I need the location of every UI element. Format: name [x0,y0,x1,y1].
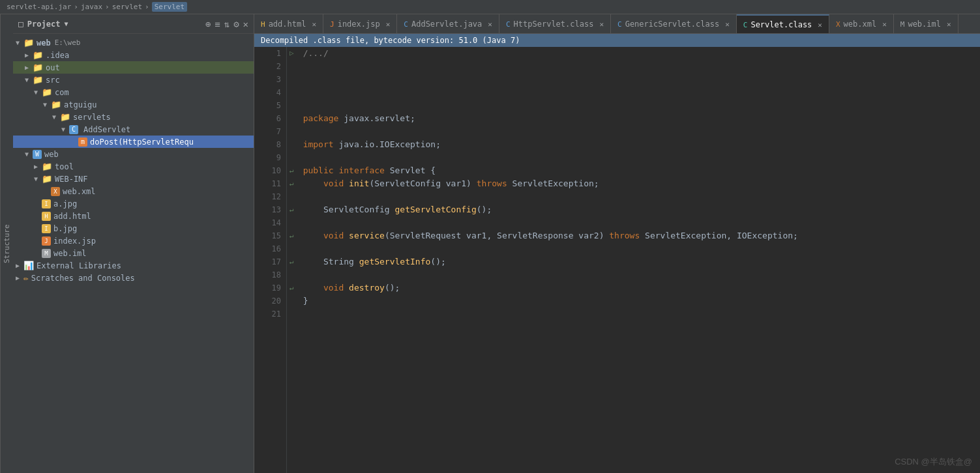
tree-item-ajpg[interactable]: I a.jpg [13,197,254,210]
folder-icon: 📁 [33,63,43,72]
arrow-icon: ▶ [25,64,33,71]
tree-item-addhtml[interactable]: H add.html [13,210,254,222]
tree-item-scratches[interactable]: ▶ ✏️ Scratches and Consoles [13,272,254,284]
line-markers: ▷ ↵ ↵ ↵ ↵ ↵ [287,47,297,473]
tree-item-webinf[interactable]: ▼ 📁 WEB-INF [13,173,254,185]
editor-area: H add.html ✕ J index.jsp ✕ C AddServlet.… [254,14,980,473]
folder-icon: 📁 [42,87,52,97]
tab-close-icon[interactable]: ✕ [488,20,492,29]
expand-icon[interactable]: ⇅ [224,19,230,29]
xml-icon: X [51,186,60,196]
tab-close-icon[interactable]: ✕ [386,20,391,29]
arrow-icon: ▶ [16,274,23,281]
code-editor[interactable]: 1 2 3 4 5 6 7 8 9 10 11 12 13 14 15 16 1 [254,47,980,473]
tab-bar: H add.html ✕ J index.jsp ✕ C AddServlet.… [254,14,980,34]
tab-web-xml[interactable]: X web.xml ✕ [829,14,894,34]
structure-panel-label[interactable]: Structure [0,14,13,473]
tab-close-icon[interactable]: ✕ [312,20,316,29]
tree-label: web.iml [53,249,87,258]
tab-httpservlet-class[interactable]: C HttpServlet.class ✕ [499,14,611,34]
watermark: CSDN @半岛铁盒@ [895,456,972,468]
code-line-19: void destroy(); [303,281,973,294]
tree-item-tool[interactable]: ▶ 📁 tool [13,160,254,173]
code-line-16 [303,242,973,255]
code-line-14 [303,216,973,229]
tree-item-out[interactable]: ▶ 📁 out [13,61,254,74]
chevron-down-icon[interactable]: ▼ [64,20,68,27]
tree-label: out [46,63,60,72]
sort-icon[interactable]: ≡ [215,19,220,29]
tree-item-web[interactable]: ▼ 📁 web E:\web [13,36,254,49]
add-icon[interactable]: ⊕ [205,19,211,29]
tree-item-servlets[interactable]: ▼ 📁 servlets [13,111,254,123]
decompile-info-bar: Decompiled .class file, bytecode version… [254,34,980,47]
tree-label: tool [55,162,74,171]
code-line-5 [303,99,973,112]
tree-label: .idea [46,51,69,60]
tab-index-jsp[interactable]: J index.jsp ✕ [323,14,397,34]
folder-icon: 📁 [42,162,52,171]
class-tab-icon: C [617,20,622,29]
tree-item-addservlet[interactable]: ▼ C AddServlet [13,123,254,136]
code-line-2 [303,60,973,73]
line-numbers: 1 2 3 4 5 6 7 8 9 10 11 12 13 14 15 16 1 [254,47,287,473]
tab-close-icon[interactable]: ✕ [882,20,887,29]
xml-tab-icon: X [836,20,840,29]
tree-item-src[interactable]: ▼ 📁 src [13,74,254,86]
tree-item-idea[interactable]: ▶ 📁 .idea [13,49,254,61]
html-tab-icon: H [261,20,265,29]
tree-item-webiml[interactable]: M web.iml [13,247,254,259]
tree-item-atguigu[interactable]: ▼ 📁 atguigu [13,98,254,111]
decompile-info-text: Decompiled .class file, bytecode version… [261,36,520,45]
tree-label: web [37,38,51,48]
folder-icon: 📁 [60,112,70,122]
bc-item-3[interactable]: servlet [112,3,142,11]
tree-label: com [55,88,69,97]
tree-item-dopost[interactable]: m doPost(HttpServletRequ [13,136,254,148]
gear-icon[interactable]: ⚙ [233,19,239,29]
main-area: Structure □ Project ▼ ⊕ ≡ ⇅ ⚙ ✕ [0,14,980,473]
tab-addservlet-java[interactable]: C AddServlet.java ✕ [397,14,499,34]
tree-label: WEB-INF [55,175,88,184]
tab-servlet-class[interactable]: C Servlet.class ✕ [737,14,829,34]
code-line-21 [303,308,973,321]
tab-add-html[interactable]: H add.html ✕ [254,14,323,34]
folder-icon: 📁 [33,50,43,60]
html-icon: H [42,211,51,221]
arrow-icon: ▼ [61,126,69,133]
tab-close-icon[interactable]: ✕ [725,20,730,29]
bc-item-2[interactable]: javax [81,3,102,11]
tab-genericservlet-class[interactable]: C GenericServlet.class ✕ [611,14,737,34]
code-content[interactable]: /.../ package javax.servlet; import java… [297,47,980,473]
jsp-tab-icon: J [330,20,334,29]
bc-item-4[interactable]: Servlet [152,2,187,12]
tree-item-com[interactable]: ▼ 📁 com [13,86,254,98]
tab-close-icon[interactable]: ✕ [818,21,822,29]
code-line-13: ServletConfig getServletConfig(); [303,203,973,216]
tab-close-icon[interactable]: ✕ [599,20,604,29]
tree-item-bjpg[interactable]: I b.jpg [13,222,254,235]
tree-item-indexjsp[interactable]: J index.jsp [13,235,254,247]
folder-icon: 📁 [23,38,34,48]
code-line-7 [303,125,973,138]
arrow-icon: ▼ [25,150,33,158]
tree-label: index.jsp [53,236,96,246]
tab-close-icon[interactable]: ✕ [947,20,951,29]
code-line-6: package javax.servlet; [303,112,973,125]
bc-item-1[interactable]: servlet-api.jar [7,3,71,11]
tree-label: src [46,76,60,85]
tree-label: b.jpg [53,224,77,233]
tree-item-extlibs[interactable]: ▶ 📊 External Libraries [13,259,254,272]
close-sidebar-icon[interactable]: ✕ [243,19,248,29]
tree-label: servlets [73,113,111,122]
tab-label: index.jsp [338,20,380,29]
arrow-icon: ▼ [34,175,42,182]
tree-item-webxml[interactable]: X web.xml [13,185,254,197]
tree-label: doPost(HttpServletRequ [90,137,194,147]
tab-label: AddServlet.java [411,20,482,29]
iml-tab-icon: M [900,20,905,29]
tab-web-iml[interactable]: M web.iml ✕ [894,14,958,34]
tree-label: web.xml [63,187,96,196]
tree-item-web-folder[interactable]: ▼ W web [13,148,254,160]
arrow-icon: ▼ [34,89,42,96]
